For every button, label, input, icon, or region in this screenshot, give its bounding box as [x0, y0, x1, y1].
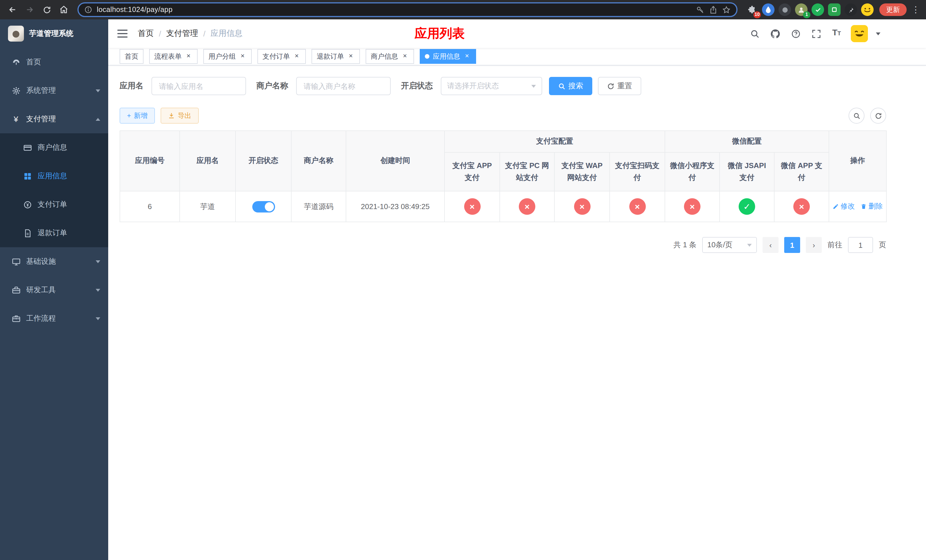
- browser-back-button[interactable]: [5, 2, 21, 18]
- profile-extension-icon[interactable]: 1: [795, 3, 808, 16]
- refund-order-icon: [23, 229, 32, 237]
- refresh-table-button[interactable]: [870, 107, 886, 124]
- merchant-name-input[interactable]: [296, 77, 391, 95]
- extension-icon[interactable]: [779, 3, 791, 16]
- search-button[interactable]: 搜索: [549, 77, 592, 95]
- app-logo: [8, 26, 24, 42]
- export-button[interactable]: 导出: [160, 107, 199, 124]
- app-name-input[interactable]: [151, 77, 246, 95]
- url-text[interactable]: localhost:1024/pay/app: [97, 6, 691, 14]
- goto-page-input[interactable]: [848, 237, 873, 253]
- pinned-extension-icon[interactable]: [844, 3, 857, 16]
- sidebar-item-app-info[interactable]: 应用信息: [0, 162, 108, 190]
- github-icon[interactable]: [769, 27, 781, 40]
- chevron-down-icon: [96, 89, 100, 92]
- page-size-select[interactable]: 10条/页: [702, 237, 757, 253]
- reload-icon: [42, 5, 51, 14]
- tab-app-info[interactable]: 应用信息×: [420, 49, 476, 64]
- tab-user-group[interactable]: 用户分组×: [203, 49, 252, 64]
- alipay-wap-status-icon: ×: [574, 198, 590, 215]
- infrastructure-icon: [11, 257, 21, 266]
- goto-suffix-label: 页: [879, 240, 886, 250]
- chevron-down-icon: [96, 317, 100, 320]
- browser-reload-button[interactable]: [39, 2, 54, 18]
- close-icon[interactable]: ×: [185, 52, 192, 61]
- close-icon[interactable]: ×: [293, 52, 301, 61]
- page-info-icon[interactable]: [84, 6, 92, 14]
- status-select[interactable]: 请选择开启状态: [441, 77, 542, 95]
- tags-view: 首页 流程表单× 用户分组× 支付订单× 退款订单× 商户信息× 应用信息×: [108, 48, 926, 65]
- status-toggle[interactable]: [252, 201, 275, 212]
- sidebar-item-infrastructure[interactable]: 基础设施: [0, 247, 108, 276]
- tab-pay-orders[interactable]: 支付订单×: [257, 49, 306, 64]
- pagination: 共 1 条 10条/页 ‹ 1 › 前往 页: [120, 237, 886, 253]
- user-avatar[interactable]: [851, 25, 868, 42]
- breadcrumb: 首页 / 支付管理 / 应用信息: [138, 29, 243, 39]
- page-number-button[interactable]: 1: [784, 237, 800, 253]
- close-icon[interactable]: ×: [401, 52, 409, 61]
- breadcrumb-home[interactable]: 首页: [138, 29, 154, 39]
- plus-icon: +: [127, 112, 131, 120]
- prev-page-button[interactable]: ‹: [763, 237, 779, 253]
- close-icon[interactable]: ×: [239, 52, 247, 61]
- download-icon: [168, 112, 175, 119]
- tab-merchant-info[interactable]: 商户信息×: [366, 49, 414, 64]
- delete-button[interactable]: 删除: [861, 202, 883, 211]
- search-icon[interactable]: [748, 27, 761, 40]
- sidebar-item-refund-orders[interactable]: 退款订单: [0, 219, 108, 247]
- sidebar-item-pay-orders[interactable]: 支付订单: [0, 190, 108, 219]
- page-content: 应用名 商户名称 开启状态 请选择开启状态 搜索 重置: [108, 65, 926, 560]
- tab-process-form[interactable]: 流程表单×: [149, 49, 198, 64]
- close-icon[interactable]: ×: [347, 52, 355, 61]
- password-key-icon[interactable]: [696, 5, 705, 14]
- sidebar-item-payment[interactable]: ¥ 支付管理: [0, 105, 108, 133]
- bookmark-star-icon[interactable]: [722, 5, 731, 14]
- browser-forward-button[interactable]: [22, 2, 38, 18]
- edit-button[interactable]: 修改: [832, 202, 855, 211]
- breadcrumb-payment[interactable]: 支付管理: [166, 29, 198, 39]
- pay-order-icon: [23, 200, 32, 209]
- browser-toolbar: localhost:1024/pay/app 10: [0, 0, 926, 20]
- extensions-puzzle-icon[interactable]: 10: [746, 3, 758, 16]
- extension-icon[interactable]: [828, 3, 841, 16]
- next-page-button[interactable]: ›: [806, 237, 822, 253]
- sidebar-toggle-button[interactable]: [117, 30, 127, 38]
- column-header-wechat-lite: 微信小程序支付: [665, 152, 720, 191]
- avatar-dropdown-caret-icon[interactable]: [876, 32, 881, 35]
- sidebar-item-merchant-info[interactable]: 商户信息: [0, 133, 108, 162]
- browser-update-button[interactable]: 更新: [879, 3, 906, 16]
- app-logo-row[interactable]: 芋道管理系统: [0, 20, 108, 48]
- sidebar-item-system[interactable]: 系统管理: [0, 76, 108, 105]
- emoji-extension-icon[interactable]: [861, 3, 874, 16]
- sidebar-item-home[interactable]: 首页: [0, 48, 108, 76]
- address-bar[interactable]: localhost:1024/pay/app: [77, 2, 737, 17]
- wechat-lite-status-icon: ×: [684, 198, 701, 215]
- cell-created-at: 2021-10-23 08:49:25: [346, 191, 445, 222]
- column-header-created-at: 创建时间: [346, 131, 445, 191]
- page-title: 应用列表: [415, 20, 465, 48]
- sidebar-item-dev-tools[interactable]: 研发工具: [0, 276, 108, 304]
- toggle-search-button[interactable]: [849, 107, 864, 124]
- extension-check-icon[interactable]: [811, 3, 824, 16]
- screen: localhost:1024/pay/app 10: [0, 0, 926, 560]
- column-header-alipay-pc: 支付宝 PC 网站支付: [500, 152, 554, 191]
- column-header-wechat-app: 微信 APP 支付: [774, 152, 829, 191]
- sidebar-item-workflow[interactable]: 工作流程: [0, 304, 108, 333]
- help-icon[interactable]: [789, 27, 802, 40]
- reset-button[interactable]: 重置: [598, 77, 641, 95]
- extension-icon[interactable]: [762, 3, 775, 16]
- fullscreen-icon[interactable]: [810, 27, 822, 40]
- browser-home-button[interactable]: [56, 2, 72, 18]
- font-size-icon[interactable]: TT: [830, 27, 843, 40]
- home-icon: [59, 5, 68, 14]
- sidebar: 芋道管理系统 首页 系统管理 ¥: [0, 20, 108, 560]
- browser-menu-button[interactable]: ⋮: [910, 5, 921, 15]
- dashboard-icon: [11, 58, 21, 67]
- goto-label: 前往: [828, 240, 842, 250]
- pencil-icon: [832, 203, 839, 210]
- close-icon[interactable]: ×: [463, 52, 471, 61]
- tab-refund-orders[interactable]: 退款订单×: [312, 49, 360, 64]
- add-button[interactable]: + 新增: [120, 107, 155, 124]
- tab-home[interactable]: 首页: [120, 49, 144, 64]
- share-icon[interactable]: [709, 5, 717, 14]
